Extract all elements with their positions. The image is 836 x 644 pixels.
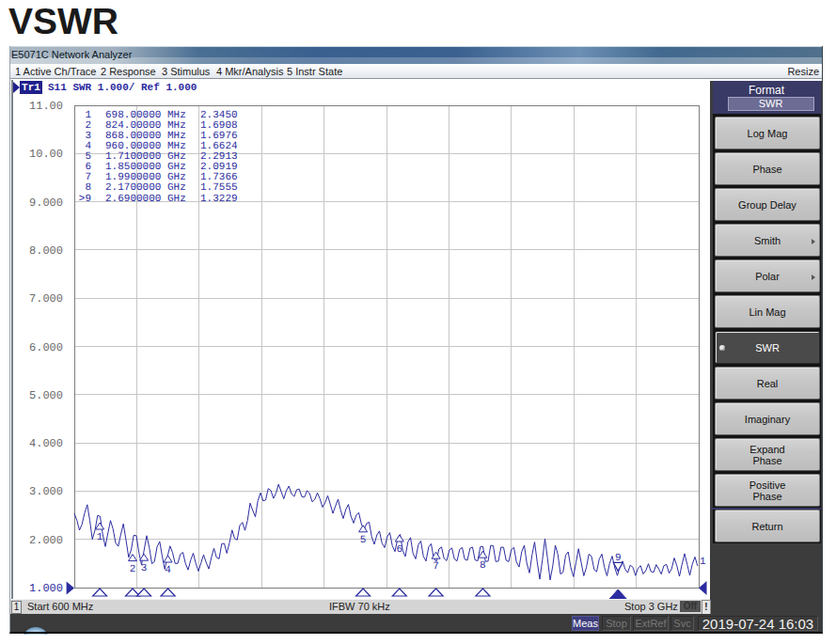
svg-text:9: 9 (615, 553, 622, 564)
svg-text:7.000: 7.000 (29, 292, 63, 306)
svg-text:1: 1 (700, 557, 706, 568)
svg-text:1.000: 1.000 (29, 582, 63, 595)
svg-text:11.00: 11.00 (29, 100, 63, 113)
svg-text:7: 7 (433, 561, 439, 573)
svg-text:1.3229: 1.3229 (200, 194, 238, 205)
svg-text:5: 5 (360, 535, 367, 546)
svg-text:>9: >9 (79, 194, 91, 205)
svg-text:6: 6 (396, 544, 402, 556)
svg-text:5.000: 5.000 (29, 389, 63, 402)
svg-text:3.000: 3.000 (29, 485, 63, 498)
svg-text:3: 3 (141, 563, 148, 574)
svg-text:8: 8 (480, 560, 486, 572)
svg-text:9.000: 9.000 (29, 196, 63, 210)
svg-text:10.00: 10.00 (29, 148, 63, 161)
svg-text:4.000: 4.000 (29, 437, 63, 450)
svg-text:2: 2 (130, 564, 136, 575)
svg-text:6.000: 6.000 (29, 341, 63, 354)
svg-text:8.000: 8.000 (29, 244, 63, 258)
svg-text:2.6900000 GHz: 2.6900000 GHz (105, 194, 186, 205)
svg-text:1: 1 (97, 532, 103, 543)
svg-text:2.000: 2.000 (29, 534, 63, 547)
svg-text:4: 4 (165, 565, 171, 576)
